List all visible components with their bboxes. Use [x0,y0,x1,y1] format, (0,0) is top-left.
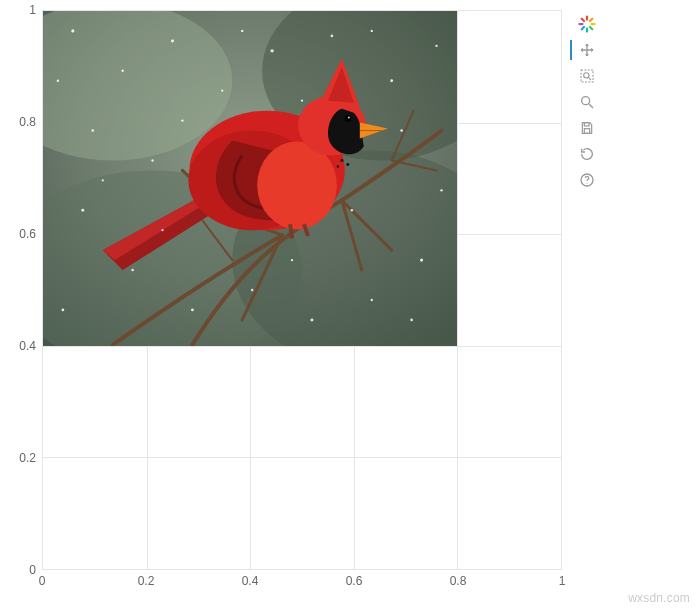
x-tick-label: 0.8 [450,574,467,588]
plot-area[interactable] [42,10,562,570]
svg-point-43 [161,229,163,231]
svg-point-40 [371,30,373,32]
svg-point-20 [390,79,393,82]
svg-point-42 [57,80,59,82]
svg-point-28 [310,318,313,321]
svg-point-34 [102,179,104,181]
svg-point-15 [121,70,123,72]
gridline [43,346,561,347]
x-tick-label: 0.4 [242,574,259,588]
bokeh-figure: 0 0.2 0.4 0.6 0.8 1 0 0.2 0.4 0.6 0.8 1 [6,6,568,602]
figure-container: 0 0.2 0.4 0.6 0.8 1 0 0.2 0.4 0.6 0.8 1 [6,6,694,602]
bokeh-toolbar [572,6,602,192]
image-glyph-cardinal [43,11,457,346]
bokeh-logo-icon[interactable] [574,12,600,36]
y-tick-label: 0 [6,563,36,577]
svg-rect-53 [581,70,593,82]
y-tick-label: 0.6 [6,227,36,241]
watermark-text: wxsdn.com [628,591,690,605]
svg-point-13 [348,117,350,119]
svg-point-19 [331,35,334,38]
svg-point-32 [400,129,403,132]
svg-point-61 [586,183,587,184]
x-tick-label: 0 [39,574,46,588]
svg-line-57 [589,104,593,108]
help-tool[interactable] [574,168,600,192]
svg-point-12 [344,115,351,122]
svg-point-9 [340,159,343,162]
svg-point-22 [91,129,94,132]
y-tick-label: 0.2 [6,451,36,465]
svg-point-36 [291,259,293,261]
svg-point-26 [191,309,194,312]
svg-point-39 [301,100,303,102]
reset-tool[interactable] [574,142,600,166]
svg-point-23 [151,159,153,161]
svg-point-30 [420,259,423,262]
gridline [457,11,458,569]
y-tick-label: 0.8 [6,115,36,129]
svg-point-17 [221,90,223,92]
x-tick-label: 0.6 [346,574,363,588]
svg-point-41 [410,319,413,322]
save-tool[interactable] [574,116,600,140]
svg-line-52 [582,19,584,21]
y-tick-label: 1 [6,3,36,17]
x-tick-label: 0.2 [138,574,155,588]
svg-point-38 [241,30,243,32]
svg-line-46 [590,19,592,21]
svg-point-44 [584,21,590,27]
svg-point-10 [346,163,349,166]
svg-point-54 [584,73,589,78]
svg-point-11 [337,165,339,167]
svg-point-21 [435,45,437,47]
svg-line-48 [590,27,592,29]
svg-point-18 [270,49,273,52]
x-tick-label: 1 [559,574,566,588]
svg-point-31 [440,189,442,191]
svg-rect-58 [584,123,589,126]
svg-point-33 [61,309,64,312]
svg-point-35 [181,119,183,121]
svg-point-25 [131,269,134,272]
svg-line-50 [582,27,584,29]
svg-line-55 [588,77,591,80]
svg-point-29 [371,299,373,301]
box-zoom-tool[interactable] [574,64,600,88]
svg-point-24 [81,209,84,212]
y-tick-label: 0.4 [6,339,36,353]
pan-tool[interactable] [574,38,600,62]
svg-point-14 [71,29,74,32]
svg-point-27 [251,289,253,291]
svg-rect-59 [584,129,589,134]
svg-point-37 [351,209,353,211]
wheel-zoom-tool[interactable] [574,90,600,114]
svg-point-16 [171,39,174,42]
gridline [43,457,561,458]
svg-point-56 [582,97,590,105]
